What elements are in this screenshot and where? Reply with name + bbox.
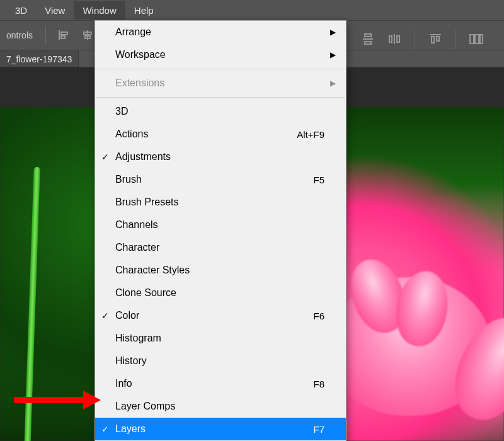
submenu-arrow-icon: ▶ [324,28,336,37]
menu-item-history[interactable]: History [95,350,346,372]
menu-item-label: Layers [115,423,307,435]
check-icon: ✓ [95,311,115,321]
menu-item-histogram[interactable]: Histogram [95,327,346,350]
svg-rect-12 [389,36,392,42]
menu-item-arrange[interactable]: Arrange▶ [95,21,346,43]
document-tab[interactable]: 7_flower-197343 [0,50,79,67]
menu-item-label: Character [115,242,324,253]
submenu-arrow-icon: ▶ [324,79,336,88]
svg-rect-19 [480,35,483,43]
menu-item-label: Info [115,378,307,389]
menu-help[interactable]: Help [125,1,163,20]
menu-item-layers[interactable]: ✓LayersF7 [95,418,346,440]
menu-item-brush-presets[interactable]: Brush Presets [95,191,346,214]
menu-shortcut: F5 [307,175,324,185]
menu-item-adjustments[interactable]: ✓Adjustments [95,146,346,168]
toolbar-separator [45,26,46,45]
menu-item-actions[interactable]: ActionsAlt+F9 [95,123,346,146]
menu-3d[interactable]: 3D [6,1,36,20]
menu-item-label: Workspace [115,49,324,60]
menubar: 3D View Window Help [0,0,504,20]
align-top-icon[interactable] [427,30,444,48]
distribute-v-icon[interactable] [359,30,377,48]
menu-item-color[interactable]: ✓ColorF6 [95,304,346,327]
menu-item-label: Channels [115,219,324,231]
menu-item-label: Layer Comps [115,401,324,412]
menu-item-label: Brush [115,174,307,185]
menu-item-label: Adjustments [115,151,324,163]
menu-separator [96,69,345,69]
svg-rect-10 [365,42,371,44]
check-icon: ✓ [95,152,115,162]
controls-label: ontrols [3,30,37,40]
check-icon: ✓ [95,424,115,434]
menu-item-3d[interactable]: 3D [95,100,346,123]
menu-item-layer-comps[interactable]: Layer Comps [95,395,346,418]
menu-item-label: Actions [115,129,290,140]
menu-item-channels[interactable]: Channels [95,214,346,236]
svg-rect-17 [470,35,474,43]
menu-item-label: Character Styles [115,265,324,276]
menu-shortcut: F7 [307,424,324,435]
svg-rect-15 [432,37,434,43]
menu-item-label: 3D [115,106,324,117]
menu-shortcut: F6 [307,311,324,321]
menu-item-character[interactable]: Character [95,236,346,259]
svg-rect-13 [397,36,399,42]
menu-item-extensions: Extensions▶ [95,72,346,94]
toolbar-separator [415,30,415,49]
menu-item-workspace[interactable]: Workspace▶ [95,43,346,66]
toolbar-separator [455,30,456,49]
menu-item-character-styles[interactable]: Character Styles [95,259,346,282]
menu-item-label: Brush Presets [115,197,324,208]
svg-rect-16 [437,37,439,41]
menu-item-label: Color [115,310,307,321]
toolbar-right-group [359,30,485,49]
menu-item-info[interactable]: InfoF8 [95,372,346,395]
menu-item-label: Extensions [115,77,324,89]
svg-rect-18 [475,35,479,43]
svg-rect-1 [61,32,67,35]
window-menu-dropdown: Arrange▶Workspace▶Extensions▶3DActionsAl… [94,20,346,441]
svg-rect-2 [61,36,65,38]
align-center-h-icon[interactable] [79,26,96,44]
menu-shortcut: F8 [307,379,324,389]
menu-separator [96,97,345,98]
menu-item-label: History [115,355,324,367]
menu-view[interactable]: View [36,1,74,20]
menu-item-label: Arrange [115,26,324,38]
svg-rect-9 [365,34,371,37]
distribute-h-icon[interactable] [386,30,403,48]
menu-shortcut: Alt+F9 [290,129,324,140]
auto-align-icon[interactable] [467,30,485,48]
menu-window[interactable]: Window [74,1,125,20]
menu-item-label: Histogram [115,333,324,344]
align-left-icon[interactable] [55,26,72,44]
menu-item-clone-source[interactable]: Clone Source [95,282,346,304]
menu-item-brush[interactable]: BrushF5 [95,168,346,191]
menu-item-label: Clone Source [115,287,324,299]
submenu-arrow-icon: ▶ [324,50,336,59]
